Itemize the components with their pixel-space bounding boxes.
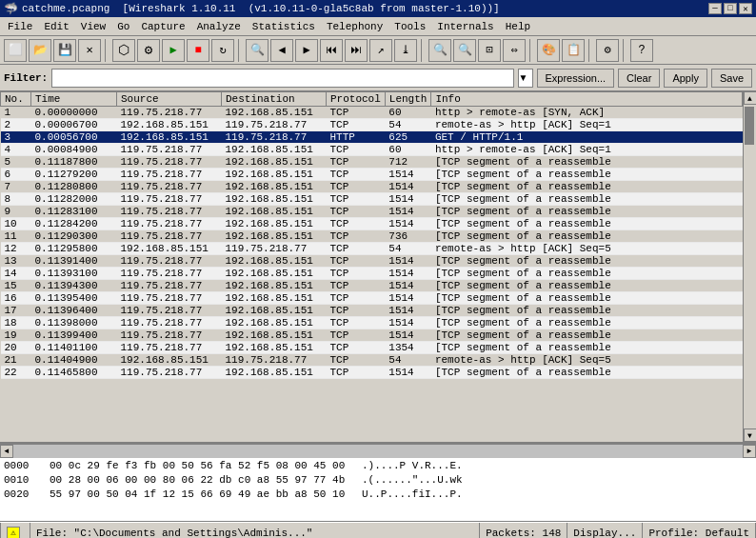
table-row[interactable]: 70.11280800119.75.218.77192.168.85.151TC… — [1, 181, 743, 193]
filter-dropdown[interactable]: ▼ — [518, 69, 533, 88]
table-row[interactable]: 150.11394300119.75.218.77192.168.85.151T… — [1, 280, 743, 292]
save-button[interactable]: Save — [711, 69, 752, 88]
cell-len: 712 — [385, 156, 431, 169]
table-row[interactable]: 110.11290300119.75.218.77192.168.85.151T… — [1, 230, 743, 243]
restart-capture-btn[interactable]: ↻ — [211, 39, 234, 62]
table-row[interactable]: 80.11282000119.75.218.77192.168.85.151TC… — [1, 193, 743, 206]
table-row[interactable]: 170.11396400119.75.218.77192.168.85.151T… — [1, 305, 743, 317]
apply-button[interactable]: Apply — [664, 69, 707, 88]
minimize-button[interactable]: ─ — [708, 3, 722, 14]
table-row[interactable]: 180.11398000119.75.218.77192.168.85.151T… — [1, 317, 743, 329]
cell-len: 1514 — [385, 255, 431, 268]
scroll-track[interactable] — [744, 105, 757, 428]
menu-item-go[interactable]: Go — [111, 19, 135, 34]
zoom-out-btn[interactable]: 🔍 — [453, 39, 476, 62]
table-row[interactable]: 220.11465800119.75.218.77192.168.85.151T… — [1, 367, 743, 379]
packet-scroll-area: No. Time Source Destination Protocol Len… — [0, 91, 756, 444]
cell-time: 0.11396400 — [31, 305, 117, 317]
colorize-btn[interactable]: 🎨 — [537, 39, 560, 62]
packet-body: 10.00000000119.75.218.77192.168.85.151TC… — [1, 107, 743, 379]
cell-dst: 192.168.85.151 — [222, 292, 327, 305]
h-scroll-left[interactable]: ◄ — [0, 445, 13, 458]
cell-dst: 192.168.85.151 — [222, 193, 327, 206]
h-scroll-track[interactable] — [13, 445, 743, 458]
scroll-down-arrow[interactable]: ▼ — [744, 428, 757, 442]
menu-item-file[interactable]: File — [2, 19, 38, 34]
cell-src: 192.168.85.151 — [117, 243, 222, 255]
new-btn[interactable]: ⬜ — [4, 39, 27, 62]
menu-item-statistics[interactable]: Statistics — [247, 19, 321, 34]
autoscroll-btn[interactable]: ⤓ — [394, 39, 417, 62]
table-row[interactable]: 120.11295800192.168.85.151119.75.218.77T… — [1, 243, 743, 255]
menu-item-capture[interactable]: Capture — [135, 19, 190, 34]
menu-item-view[interactable]: View — [75, 19, 111, 34]
capture-options-btn[interactable]: ⚙ — [137, 39, 160, 62]
table-row[interactable]: 100.11284200119.75.218.77192.168.85.151T… — [1, 218, 743, 230]
resize-columns-btn[interactable]: ⇔ — [503, 39, 526, 62]
go-first-btn[interactable]: ⏮ — [320, 39, 343, 62]
cell-no: 3 — [1, 131, 31, 144]
table-row[interactable]: 60.11279200119.75.218.77192.168.85.151TC… — [1, 169, 743, 181]
zoom-in-btn[interactable]: 🔍 — [428, 39, 451, 62]
menu-item-edit[interactable]: Edit — [38, 19, 74, 34]
cell-proto: TCP — [327, 218, 386, 230]
table-row[interactable]: 130.11391400119.75.218.77192.168.85.151T… — [1, 255, 743, 268]
cell-info: [TCP segment of a reassemble — [431, 156, 743, 169]
cell-time: 0.11404900 — [31, 354, 117, 367]
close-title-button[interactable]: ✕ — [739, 3, 752, 14]
coloring-rules-btn[interactable]: 📋 — [562, 39, 585, 62]
col-time: Time — [31, 92, 117, 107]
expression-button[interactable]: Expression... — [537, 69, 615, 88]
go-back-btn[interactable]: ◀ — [270, 39, 293, 62]
go-last-btn[interactable]: ⏭ — [345, 39, 368, 62]
table-row[interactable]: 40.00084900119.75.218.77192.168.85.151TC… — [1, 144, 743, 156]
cell-len: 1514 — [385, 206, 431, 218]
cell-dst: 192.168.85.151 — [222, 107, 327, 119]
col-len: Length — [385, 92, 431, 107]
cell-src: 119.75.218.77 — [117, 317, 222, 329]
table-row[interactable]: 210.11404900192.168.85.151119.75.218.77T… — [1, 354, 743, 367]
table-row[interactable]: 20.00006700192.168.85.151119.75.218.77TC… — [1, 119, 743, 131]
h-scroll-right[interactable]: ► — [743, 445, 756, 458]
cell-proto: HTTP — [327, 131, 386, 144]
table-row[interactable]: 190.11399400119.75.218.77192.168.85.151T… — [1, 329, 743, 342]
hex-offset: 0020 — [4, 488, 42, 502]
menu-item-internals[interactable]: Internals — [431, 19, 499, 34]
save-btn[interactable]: 💾 — [53, 39, 76, 62]
filter-input[interactable] — [51, 69, 513, 88]
capture-interfaces-btn[interactable]: ⬡ — [112, 39, 135, 62]
cell-dst: 192.168.85.151 — [222, 305, 327, 317]
prefs-btn[interactable]: ⚙ — [596, 39, 619, 62]
menu-item-analyze[interactable]: Analyze — [191, 19, 247, 34]
scroll-up-arrow[interactable]: ▲ — [744, 91, 757, 105]
start-capture-btn[interactable]: ▶ — [162, 39, 185, 62]
maximize-button[interactable]: □ — [724, 3, 737, 14]
go-forward-btn[interactable]: ▶ — [295, 39, 318, 62]
stop-capture-btn[interactable]: ■ — [187, 39, 209, 62]
table-row[interactable]: 200.11401100119.75.218.77192.168.85.151T… — [1, 342, 743, 354]
cell-dst: 192.168.85.151 — [222, 218, 327, 230]
table-row[interactable]: 30.00056700192.168.85.151119.75.218.77HT… — [1, 131, 743, 144]
app-icon: 🦈 — [4, 2, 18, 16]
find-btn[interactable]: 🔍 — [246, 39, 269, 62]
menu-item-tools[interactable]: Tools — [388, 19, 431, 34]
menu-item-telephony[interactable]: Telephony — [321, 19, 388, 34]
cell-dst: 192.168.85.151 — [222, 367, 327, 379]
help-btn[interactable]: ? — [630, 39, 653, 62]
table-row[interactable]: 140.11393100119.75.218.77192.168.85.151T… — [1, 268, 743, 280]
open-btn[interactable]: 📂 — [29, 39, 51, 62]
table-row[interactable]: 50.11187800119.75.218.77192.168.85.151TC… — [1, 156, 743, 169]
normal-zoom-btn[interactable]: ⊡ — [478, 39, 501, 62]
clear-button[interactable]: Clear — [618, 69, 660, 88]
go-to-btn[interactable]: ↗ — [369, 39, 392, 62]
hex-bytes: 00 28 00 06 00 00 80 06 22 db c0 a8 55 9… — [50, 473, 354, 488]
table-row[interactable]: 160.11395400119.75.218.77192.168.85.151T… — [1, 292, 743, 305]
cell-src: 119.75.218.77 — [117, 181, 222, 193]
cell-time: 0.11283100 — [31, 206, 117, 218]
table-row[interactable]: 90.11283100119.75.218.77192.168.85.151TC… — [1, 206, 743, 218]
close-btn[interactable]: ✕ — [78, 39, 101, 62]
menu-item-help[interactable]: Help — [500, 19, 536, 34]
col-info: Info — [431, 92, 743, 107]
cell-no: 21 — [1, 354, 31, 367]
table-row[interactable]: 10.00000000119.75.218.77192.168.85.151TC… — [1, 107, 743, 119]
